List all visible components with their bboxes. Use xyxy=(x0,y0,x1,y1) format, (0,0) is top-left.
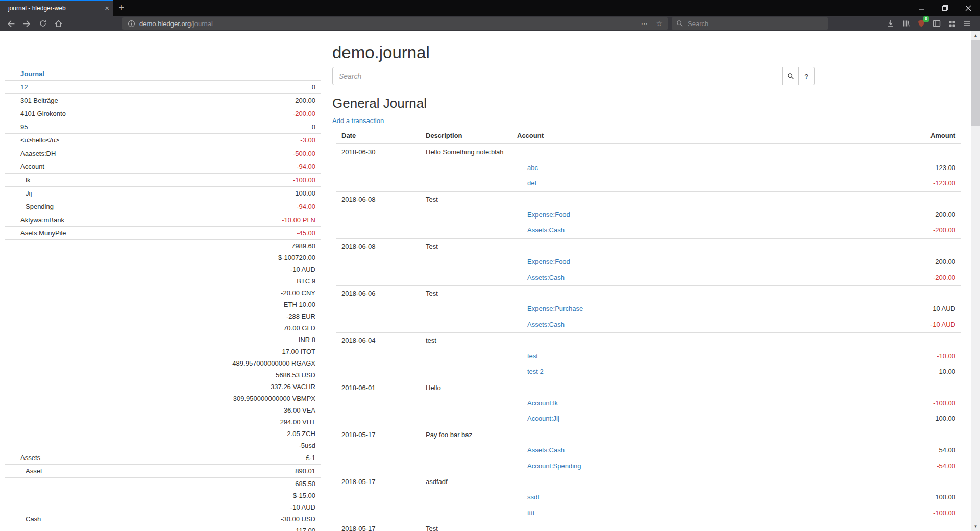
search-help-button[interactable]: ? xyxy=(799,67,815,85)
sidebar-journal-link[interactable]: Journal xyxy=(5,67,321,81)
transaction-row[interactable]: 2018-06-30Hello Something note:blah xyxy=(336,144,961,160)
account-name[interactable]: Jij xyxy=(5,189,32,198)
page-actions-icon[interactable]: ⋯ xyxy=(641,19,648,28)
bookmark-star-icon[interactable]: ☆ xyxy=(656,19,663,28)
browser-tab[interactable]: journal - hledger-web × xyxy=(0,0,113,16)
navigation-toolbar: demo.hledger.org /journal ⋯ ☆ Search 0 xyxy=(0,16,980,31)
sidebar-account-row[interactable]: 120 xyxy=(5,81,321,94)
account-name[interactable]: <u>hello</u> xyxy=(5,136,59,144)
reload-button[interactable] xyxy=(35,16,51,31)
posting-account-link[interactable]: tttt xyxy=(527,509,534,517)
transaction-row[interactable]: 2018-05-17Test xyxy=(336,521,961,531)
posting-account-link[interactable]: abc xyxy=(527,164,538,172)
extension-badge: 0 xyxy=(923,16,929,22)
add-transaction-link[interactable]: Add a transaction xyxy=(332,117,384,125)
sidebar-account-row[interactable]: Asset890.01 xyxy=(5,465,321,478)
account-balance: 100.00 xyxy=(295,189,315,198)
posting-account-link[interactable]: Expense:Food xyxy=(527,211,570,219)
account-name[interactable]: 12 xyxy=(5,83,28,91)
downloads-button[interactable] xyxy=(883,16,898,31)
transaction-row[interactable]: 2018-06-08Test xyxy=(336,238,961,254)
account-name[interactable]: 301 Beiträge xyxy=(5,96,58,105)
posting-account-link[interactable]: Account:lk xyxy=(527,399,558,407)
posting-account: Account:Spending xyxy=(512,458,859,474)
journal-search-input[interactable] xyxy=(332,67,783,85)
scroll-up-icon[interactable]: ▲ xyxy=(971,31,980,40)
posting-account-link[interactable]: Expense:Purchase xyxy=(527,305,583,312)
sidebar-account-row: 309.950000000000 VBMPX xyxy=(5,393,321,404)
account-name[interactable]: Aaasets:DH xyxy=(5,149,56,158)
posting-account-link[interactable]: Assets:Cash xyxy=(527,226,565,234)
new-tab-button[interactable]: + xyxy=(113,0,130,16)
scroll-down-icon[interactable]: ▼ xyxy=(971,522,980,531)
account-name[interactable]: 4101 Girokonto xyxy=(5,109,66,118)
scrollbar-thumb[interactable] xyxy=(971,40,980,126)
sidebars-button[interactable] xyxy=(929,16,944,31)
posting-row: Expense:Food200.00 xyxy=(336,254,961,270)
tab-close-icon[interactable]: × xyxy=(105,4,109,12)
transaction-description: Pay foo bar baz xyxy=(421,427,512,443)
posting-account-link[interactable]: Account:Jij xyxy=(527,415,559,422)
posting-row: test 210.00 xyxy=(336,364,961,379)
account-name[interactable]: lk xyxy=(5,176,30,184)
account-name[interactable]: Assets xyxy=(5,453,40,462)
sidebar-account-row[interactable]: Aktywa:mBank-10.00 PLN xyxy=(5,213,321,227)
account-name[interactable]: Cash xyxy=(5,515,41,523)
page-scrollbar[interactable]: ▲ ▼ xyxy=(971,31,980,531)
transaction-row[interactable]: 2018-06-06Test xyxy=(336,285,961,301)
account-balance: ETH 10.00 xyxy=(284,300,315,309)
close-button[interactable] xyxy=(957,0,980,16)
apps-button[interactable] xyxy=(944,16,960,31)
posting-account-link[interactable]: Expense:Food xyxy=(527,258,570,266)
url-bar[interactable]: demo.hledger.org /journal ⋯ ☆ xyxy=(122,17,668,30)
adblock-extension-button[interactable]: 0 xyxy=(914,16,929,31)
toolbar-right-icons: 0 xyxy=(883,16,975,31)
posting-account-link[interactable]: Assets:Cash xyxy=(527,446,565,454)
forward-button[interactable] xyxy=(19,16,35,31)
account-balance: -20.00 CNY xyxy=(281,288,315,297)
account-balance: -10.00 PLN xyxy=(282,215,315,224)
sidebar-account-row[interactable]: Spending-94.00 xyxy=(5,200,321,213)
sidebar-account-row[interactable]: lk-100.00 xyxy=(5,174,321,187)
transaction-row[interactable]: 2018-06-01Hello xyxy=(336,380,961,396)
sidebar-account-row[interactable]: 4101 Girokonto-200.00 xyxy=(5,107,321,120)
transaction-description: asdfadf xyxy=(421,474,512,490)
site-info-icon[interactable] xyxy=(128,20,135,28)
sidebar-account-row[interactable]: Aaasets:DH-500.00 xyxy=(5,147,321,160)
account-name[interactable]: Aktywa:mBank xyxy=(5,215,64,224)
minimize-button[interactable] xyxy=(910,0,933,16)
library-button[interactable] xyxy=(898,16,914,31)
journal-search-button[interactable] xyxy=(783,67,799,85)
posting-account-link[interactable]: ssdf xyxy=(527,493,540,501)
transaction-row[interactable]: 2018-05-17Pay foo bar baz xyxy=(336,427,961,443)
account-name[interactable]: Spending xyxy=(5,202,54,211)
sidebar-account-row[interactable]: Account-94.00 xyxy=(5,160,321,174)
sidebar-account-row[interactable]: 301 Beiträge200.00 xyxy=(5,94,321,107)
transaction-row[interactable]: 2018-06-08Test xyxy=(336,191,961,207)
posting-account-link[interactable]: Account:Spending xyxy=(527,462,581,470)
sidebar-account-row[interactable]: Assets£-1 xyxy=(5,451,321,465)
account-name[interactable]: Asset xyxy=(5,467,42,475)
transaction-row[interactable]: 2018-05-17asdfadf xyxy=(336,474,961,490)
sidebar-account-row[interactable]: Asets:MunyPile-45.00 xyxy=(5,227,321,240)
home-button[interactable] xyxy=(51,16,66,31)
sidebar-account-row[interactable]: Cash-30.00 USD xyxy=(5,513,321,525)
posting-account-link[interactable]: def xyxy=(527,179,536,187)
account-name[interactable]: Account xyxy=(5,162,44,171)
account-name[interactable]: Asets:MunyPile xyxy=(5,229,66,237)
menu-button[interactable] xyxy=(960,16,975,31)
posting-account-link[interactable]: Assets:Cash xyxy=(527,274,565,281)
posting-account-link[interactable]: test xyxy=(527,352,538,360)
forward-icon xyxy=(22,19,31,28)
sidebar-account-row[interactable]: Jij100.00 xyxy=(5,187,321,200)
account-name[interactable]: 95 xyxy=(5,123,28,131)
posting-account: abc xyxy=(512,160,859,176)
sidebar-account-row[interactable]: <u>hello</u>-3.00 xyxy=(5,134,321,147)
restore-button[interactable] xyxy=(933,0,957,16)
transaction-row[interactable]: 2018-06-04test xyxy=(336,332,961,348)
back-button[interactable] xyxy=(3,16,19,31)
browser-search-field[interactable]: Search xyxy=(672,17,828,30)
posting-account-link[interactable]: Assets:Cash xyxy=(527,321,565,328)
sidebar-account-row[interactable]: 950 xyxy=(5,120,321,134)
posting-account-link[interactable]: test 2 xyxy=(527,368,544,375)
